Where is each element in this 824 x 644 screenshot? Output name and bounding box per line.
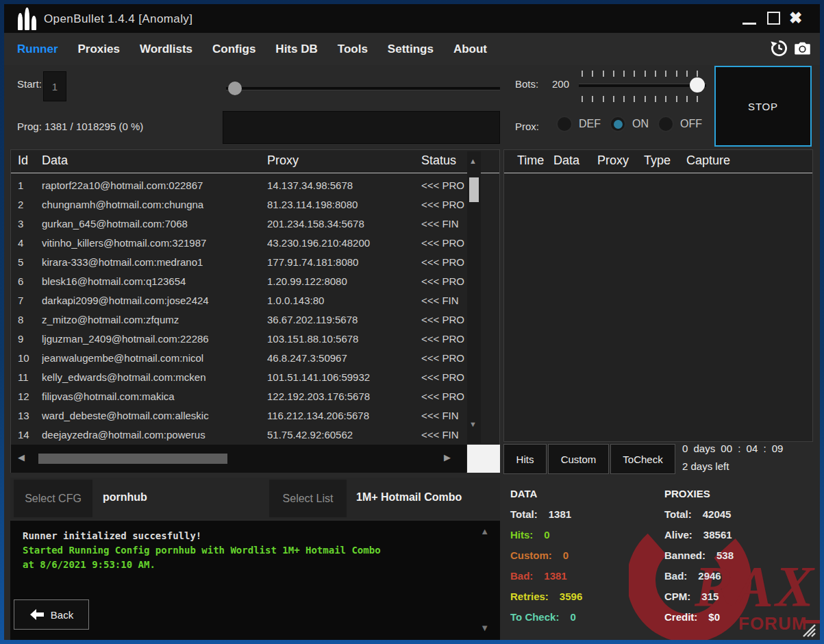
menu-item-wordlists[interactable]: Wordlists <box>140 42 192 56</box>
data-stat-hits: Hits:0 <box>510 525 582 545</box>
bots-slider[interactable] <box>579 69 706 107</box>
data-stat-value: 1381 <box>549 508 571 520</box>
log-scroll-down-icon[interactable]: ▼ <box>480 623 489 633</box>
result-row[interactable]: 5kirara-333@hotmail.com:medrano1177.91.7… <box>11 253 477 272</box>
result-row[interactable]: 12filipvas@hotmail.com:makica122.192.203… <box>11 387 477 406</box>
column-header-data[interactable]: Data <box>553 153 579 168</box>
data-stat-value: 0 <box>570 611 575 623</box>
log-scroll-up-icon[interactable]: ▲ <box>480 526 489 536</box>
log-line: Runner initialized succesfully! <box>23 529 475 543</box>
result-row[interactable]: 3gurkan_645@hotmail.com:7068201.234.158.… <box>11 214 477 234</box>
camera-icon[interactable] <box>793 39 812 58</box>
prox-radio-group: DEFONOFF <box>556 115 705 133</box>
cell-status: <<< PRO <box>421 253 468 272</box>
select-list-button[interactable]: Select List <box>269 480 347 517</box>
hits-tab-bar: HitsCustomToCheck <box>503 444 675 474</box>
prox-radio-off[interactable] <box>658 116 674 132</box>
cell-id: 10 <box>18 349 40 368</box>
result-row[interactable]: 11kelly_edwards@hotmail.com:mcken101.51.… <box>11 368 477 387</box>
cell-id: 9 <box>18 330 40 349</box>
scroll-left-icon[interactable]: ◀ <box>18 452 25 462</box>
menu-item-proxies[interactable]: Proxies <box>78 42 120 56</box>
prox-radio-on[interactable] <box>610 116 626 132</box>
horizontal-scrollbar[interactable]: ◀ ▶ <box>11 445 466 473</box>
cell-id: 4 <box>18 234 40 253</box>
data-stat-label: Total: <box>510 508 538 520</box>
maximize-button[interactable] <box>767 4 784 33</box>
vertical-scrollbar-thumb[interactable] <box>469 177 479 202</box>
cell-data: darkapi2099@hotmail.com:jose2424 <box>42 291 266 310</box>
cell-data: filipvas@hotmail.com:makica <box>42 387 266 406</box>
data-stat-total: Total:1381 <box>510 504 582 525</box>
result-row[interactable]: 8z_mitzo@hotmail.com:zfqumz36.67.202.119… <box>11 310 477 330</box>
menu-item-configs[interactable]: Configs <box>212 42 255 56</box>
result-row[interactable]: 13ward_debeste@hotmail.com:alleskic116.2… <box>11 406 477 425</box>
column-header-data[interactable]: Data <box>42 153 68 168</box>
result-row[interactable]: 2chungnamh@hotmail.com:chungna81.23.114.… <box>11 195 477 214</box>
column-header-status[interactable]: Status <box>421 153 456 168</box>
select-cfg-button[interactable]: Select CFG <box>14 480 92 517</box>
cell-id: 5 <box>18 253 40 272</box>
menu-item-about[interactable]: About <box>453 42 487 56</box>
proxies-stat-bad: Bad:2946 <box>664 566 734 586</box>
result-row[interactable]: 9ljguzman_2409@hotmail.com:22286103.151.… <box>11 330 477 349</box>
result-row[interactable]: 14deejayzedra@hotmail.com:powerus51.75.4… <box>11 425 477 445</box>
column-header-proxy[interactable]: Proxy <box>597 153 629 168</box>
column-header-id[interactable]: Id <box>18 153 28 168</box>
cell-data: chungnamh@hotmail.com:chungna <box>42 195 266 214</box>
proxies-stat-label: Credit: <box>664 611 697 623</box>
cell-proxy: 36.67.202.119:5678 <box>267 310 419 330</box>
tab-custom[interactable]: Custom <box>548 444 609 474</box>
horizontal-scrollbar-thumb[interactable] <box>38 454 227 464</box>
cell-status: <<< PRO <box>421 387 468 406</box>
scroll-down-icon[interactable]: ▼ <box>469 420 477 428</box>
cell-status: <<< PRO <box>421 176 468 195</box>
data-stat-value: 3596 <box>560 591 582 602</box>
cell-id: 6 <box>18 272 40 291</box>
result-row[interactable]: 4vitinho_killers@hotmail.com:32198743.23… <box>11 234 477 253</box>
column-header-proxy[interactable]: Proxy <box>267 153 299 168</box>
cell-proxy: 116.212.134.206:5678 <box>267 406 419 425</box>
column-header-time[interactable]: Time <box>517 153 544 168</box>
bots-value: 200 <box>552 78 569 90</box>
cell-status: <<< PRO <box>421 349 468 368</box>
start-slider[interactable] <box>226 81 500 97</box>
proxies-stat-alive: Alive:38561 <box>664 525 734 545</box>
tab-tocheck[interactable]: ToCheck <box>610 444 675 474</box>
cell-id: 11 <box>18 368 40 387</box>
history-icon[interactable] <box>770 39 788 58</box>
result-row[interactable]: 7darkapi2099@hotmail.com:jose24241.0.0.1… <box>11 291 477 310</box>
menu-item-tools[interactable]: Tools <box>338 42 368 56</box>
cell-data: kirara-333@hotmail.com:medrano1 <box>42 253 266 272</box>
bots-slider-thumb[interactable] <box>690 77 705 92</box>
result-row[interactable]: 1raptorf22a10@hotmail.com:02286714.137.3… <box>11 176 477 195</box>
cell-proxy: 201.234.158.34:5678 <box>267 214 419 234</box>
column-header-capture[interactable]: Capture <box>686 153 730 168</box>
data-stat-bad: Bad:1381 <box>510 566 582 586</box>
timer-elapsed: 0 days 00 : 04 : 09 <box>682 443 783 454</box>
menu-item-hits-db[interactable]: Hits DB <box>275 42 317 56</box>
menu-item-settings[interactable]: Settings <box>388 42 434 56</box>
vertical-scrollbar[interactable]: ▲ ▼ <box>467 151 481 443</box>
minimize-button[interactable] <box>742 4 759 33</box>
hits-table-header: Time Data Proxy Type Capture <box>504 150 812 173</box>
result-row[interactable]: 6blesk16@hotmail.com:q1236541.20.99.122:… <box>11 272 477 291</box>
start-input[interactable] <box>43 71 66 101</box>
scroll-up-icon[interactable]: ▲ <box>469 157 477 165</box>
column-header-type[interactable]: Type <box>644 153 671 168</box>
resize-grip[interactable] <box>801 622 816 637</box>
scroll-right-icon[interactable]: ▶ <box>444 452 451 462</box>
start-slider-thumb[interactable] <box>228 82 242 95</box>
progress-label: Prog: 1381 / 1018295 (0 %) <box>17 121 143 132</box>
result-row[interactable]: 10jeanwalugembe@hotmail.com:nicol46.8.24… <box>11 349 477 368</box>
proxies-stat-label: Alive: <box>664 529 692 541</box>
proxies-stat-label: Banned: <box>664 549 706 561</box>
tab-hits[interactable]: Hits <box>503 444 547 474</box>
close-button[interactable]: ✖ <box>789 4 810 33</box>
back-button[interactable]: Back <box>14 599 89 630</box>
stop-button[interactable]: STOP <box>714 66 812 147</box>
proxies-stat-banned: Banned:538 <box>664 545 734 566</box>
menu-item-runner[interactable]: Runner <box>17 42 58 56</box>
data-stats-panel: DATA Total:1381Hits:0Custom:0Bad:1381Ret… <box>510 484 582 628</box>
prox-radio-def[interactable] <box>556 116 573 132</box>
